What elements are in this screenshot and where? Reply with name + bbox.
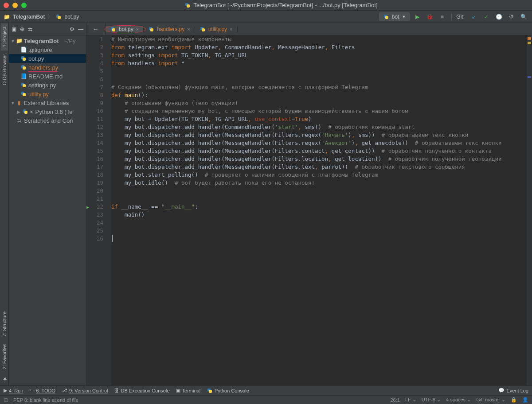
tree-target-icon[interactable]: ⊕ bbox=[20, 26, 24, 32]
sidebar-tab-dbbrowser[interactable]: O DB Browser bbox=[1, 50, 8, 89]
minimize-icon[interactable] bbox=[12, 3, 18, 8]
git-label: Git: bbox=[456, 14, 465, 20]
tool-run[interactable]: ▶ 4: Run bbox=[4, 388, 23, 393]
chevron-down-icon: ▼ bbox=[402, 15, 406, 19]
python-file-icon bbox=[20, 64, 27, 70]
chevron-down-icon: ▼ bbox=[11, 39, 14, 43]
close-icon[interactable]: × bbox=[136, 27, 139, 32]
sidebar-tab-collapse[interactable]: ★ bbox=[0, 373, 8, 385]
editor-tab-handlers-py[interactable]: handlers.py × bbox=[144, 26, 195, 32]
tree-external-libs[interactable]: ▼ ▮ External Libraries bbox=[9, 98, 86, 107]
tree-scratches[interactable]: 🗂 Scratches and Con bbox=[9, 116, 86, 125]
folder-icon: 📁 bbox=[16, 38, 22, 44]
status-line-ending[interactable]: LF ⌄ bbox=[405, 397, 416, 403]
toolbar-right: bot ▼ ▶ 🐞 ■ Git: ↙ ✓ 🕘 ↺ 🔍 bbox=[379, 12, 528, 22]
run-config-selector[interactable]: bot ▼ bbox=[379, 12, 410, 21]
status-git-branch[interactable]: Git: master ⌄ bbox=[476, 397, 505, 403]
tool-python-console[interactable]: Python Console bbox=[207, 388, 249, 394]
tree-root[interactable]: ▼ 📁 TelegramBot ~/Py bbox=[9, 36, 86, 45]
tree-file-label: settings.py bbox=[28, 82, 56, 89]
git-revert-button[interactable]: ↺ bbox=[506, 12, 516, 22]
close-icon[interactable] bbox=[4, 3, 9, 8]
tool-eventlog[interactable]: 💬 Event Log bbox=[498, 388, 528, 393]
editor-tab-utility-py[interactable]: utility.py × bbox=[195, 26, 238, 32]
status-indent[interactable]: 4 spaces ⌄ bbox=[446, 397, 471, 403]
project-tree: ▣ ⊕ ⇆ ⚙ — ▼ 📁 TelegramBot ~/Py 📄 .gitign… bbox=[9, 23, 86, 385]
gear-icon[interactable]: ⚙ bbox=[70, 26, 74, 32]
status-bar: ▢ PEP 8: blank line at end of file 26:1 … bbox=[0, 395, 532, 404]
tab-label: handlers.py bbox=[157, 26, 184, 32]
tool-db[interactable]: 🗄 DB Execution Console bbox=[114, 388, 169, 393]
window-title: TelegramBot [~/PycharmProjects/TelegramB… bbox=[34, 2, 528, 8]
search-button[interactable]: 🔍 bbox=[519, 12, 528, 22]
status-message: PEP 8: blank line at end of file bbox=[13, 397, 78, 403]
gutter-fold bbox=[106, 35, 111, 385]
tree-project-path: ~/Py bbox=[64, 38, 75, 44]
back-button[interactable]: ← bbox=[91, 24, 101, 34]
tree-collapse-icon[interactable]: ⇆ bbox=[28, 26, 32, 32]
python-icon bbox=[207, 388, 213, 394]
status-lock-icon[interactable]: 🔒 bbox=[511, 397, 517, 403]
tree-file--gitignore[interactable]: 📄 .gitignore bbox=[9, 45, 86, 54]
close-icon[interactable]: × bbox=[230, 27, 232, 32]
tree-file-README-md[interactable]: 📘 README.md bbox=[9, 72, 86, 81]
left-side-tabs: 1: Project O DB Browser 7: Structure 2: … bbox=[0, 23, 9, 385]
status-caret-position[interactable]: 26:1 bbox=[390, 397, 399, 403]
sidebar-tab-structure[interactable]: 7: Structure bbox=[1, 308, 8, 340]
bottom-toolbar: ▶ 4: Run ≔ 6: TODO ⎇ 9: Version Control … bbox=[0, 385, 532, 395]
python-file-icon bbox=[200, 26, 206, 32]
python-icon bbox=[383, 14, 389, 20]
tool-todo[interactable]: ≔ 6: TODO bbox=[29, 388, 55, 393]
tree-file-settings-py[interactable]: settings.py bbox=[9, 81, 86, 89]
code-editor[interactable]: ▶ 12345678910111213141516171819202122232… bbox=[86, 35, 532, 385]
status-encoding[interactable]: UTF-8 ⌄ bbox=[422, 397, 441, 403]
git-commit-button[interactable]: ✓ bbox=[481, 12, 491, 22]
chevron-right-icon: 〉 bbox=[47, 13, 53, 20]
gutter-run: ▶ bbox=[86, 35, 93, 385]
tree-python-interpreter[interactable]: ▶ < Python 3.6 (Te bbox=[9, 107, 86, 116]
python-file-icon bbox=[20, 82, 27, 88]
main-area: 1: Project O DB Browser 7: Structure 2: … bbox=[0, 23, 532, 385]
python-icon bbox=[22, 109, 28, 115]
editor-tab-tools: ← bbox=[86, 23, 106, 35]
library-icon: ▮ bbox=[16, 100, 22, 106]
hide-icon[interactable]: — bbox=[78, 26, 83, 32]
tree-python-label: Python 3.6 (Te bbox=[35, 109, 73, 115]
maximize-icon[interactable] bbox=[21, 3, 27, 8]
status-inspection-icon[interactable]: 👤 bbox=[522, 397, 528, 403]
stop-button[interactable]: ■ bbox=[437, 12, 447, 22]
close-icon[interactable]: × bbox=[187, 27, 190, 32]
code-body[interactable]: # Импортируем необходимые компоненты fro… bbox=[111, 35, 527, 385]
tree-external-label: External Libraries bbox=[24, 100, 69, 106]
status-window-icon[interactable]: ▢ bbox=[4, 397, 8, 403]
git-history-button[interactable]: 🕘 bbox=[494, 12, 504, 22]
editor-scrollbar[interactable] bbox=[527, 35, 532, 385]
window-controls bbox=[4, 3, 27, 8]
breadcrumb-file[interactable]: bot.py bbox=[64, 14, 79, 20]
editor-area: ← bot.py × handlers.py × utility.py × ▶ … bbox=[86, 23, 532, 385]
git-update-button[interactable]: ↙ bbox=[469, 12, 479, 22]
titlebar: TelegramBot [~/PycharmProjects/TelegramB… bbox=[0, 0, 532, 11]
editor-tabs: ← bot.py × handlers.py × utility.py × bbox=[86, 23, 532, 35]
tree-scratches-label: Scratches and Con bbox=[24, 117, 73, 124]
editor-tab-bot-py[interactable]: bot.py × bbox=[106, 26, 144, 32]
tab-label: bot.py bbox=[119, 26, 133, 32]
pycharm-icon bbox=[184, 2, 191, 8]
debug-button[interactable]: 🐞 bbox=[425, 12, 434, 22]
sidebar-tab-favorites[interactable]: 2: Favorites bbox=[1, 340, 8, 373]
breadcrumb-project[interactable]: TelegramBot bbox=[13, 14, 45, 20]
file-icon: 📄 bbox=[20, 47, 27, 53]
tree-view-icon[interactable]: ▣ bbox=[12, 26, 16, 32]
python-file-icon bbox=[20, 91, 27, 97]
python-file-icon bbox=[148, 26, 154, 32]
sidebar-tab-project[interactable]: 1: Project bbox=[1, 23, 8, 50]
markdown-file-icon: 📘 bbox=[20, 73, 27, 79]
tool-terminal[interactable]: ▣ Terminal bbox=[176, 388, 201, 393]
tree-file-utility-py[interactable]: utility.py bbox=[9, 89, 86, 98]
python-file-icon bbox=[20, 55, 27, 62]
tree-file-bot-py[interactable]: bot.py bbox=[9, 54, 86, 63]
divider bbox=[451, 13, 452, 20]
tool-vcs[interactable]: ⎇ 9: Version Control bbox=[62, 388, 108, 393]
tree-file-handlers-py[interactable]: handlers.py bbox=[9, 63, 86, 72]
run-button[interactable]: ▶ bbox=[412, 12, 422, 22]
